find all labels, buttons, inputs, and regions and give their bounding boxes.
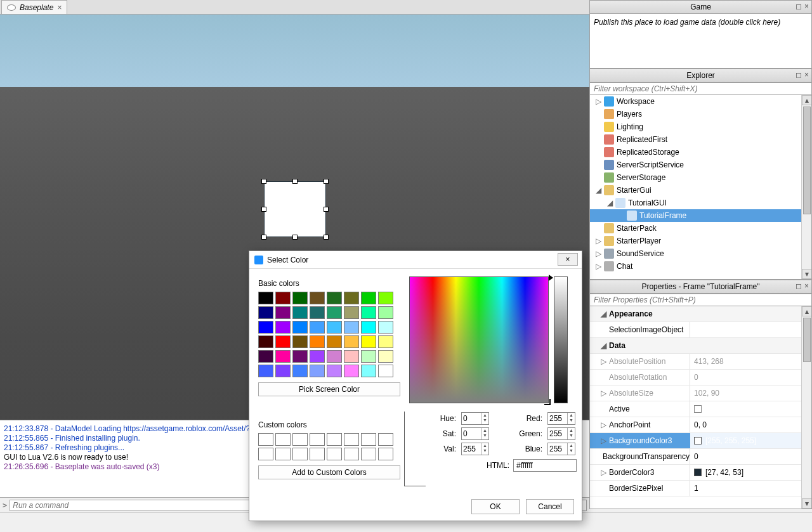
color-swatch[interactable] (378, 365, 393, 377)
color-swatch[interactable] (292, 306, 308, 319)
custom-swatch[interactable] (275, 433, 291, 446)
close-icon[interactable]: × (804, 2, 809, 11)
close-icon[interactable]: × (804, 282, 809, 290)
tree-item-tutorialframe[interactable]: TutorialFrame (590, 209, 811, 222)
custom-swatch[interactable] (258, 448, 273, 460)
expander-icon[interactable]: ▷ (600, 468, 606, 477)
tree-item-serverstorage[interactable]: ServerStorage (590, 171, 811, 184)
color-swatch[interactable] (344, 306, 359, 319)
tree-item-startergui[interactable]: ◢StarterGui (590, 184, 811, 197)
resize-handle-n[interactable] (292, 179, 298, 184)
expander-icon[interactable]: ▷ (600, 357, 606, 366)
expander-icon[interactable]: ▷ (595, 249, 601, 258)
custom-swatch[interactable] (327, 433, 342, 446)
resize-handle-e[interactable] (324, 207, 329, 212)
color-swatch[interactable] (310, 292, 325, 304)
color-swatch[interactable] (275, 306, 291, 319)
section-data[interactable]: ◢Data (590, 338, 811, 354)
color-swatch[interactable] (327, 321, 342, 334)
color-swatch[interactable] (361, 321, 376, 334)
explorer-panel-header[interactable]: Explorer ◻× (589, 68, 812, 82)
scroll-down-icon[interactable]: ▾ (802, 498, 812, 509)
color-swatch[interactable] (292, 365, 308, 377)
prop-backgroundtransparency[interactable]: BackgroundTransparency0 (590, 449, 811, 465)
properties-panel-header[interactable]: Properties - Frame "TutorialFrame" ◻× (589, 280, 812, 294)
expander-icon[interactable]: ▷ (600, 420, 606, 429)
color-swatch[interactable] (344, 321, 359, 334)
custom-swatch[interactable] (378, 433, 393, 446)
resize-handle-sw[interactable] (261, 235, 266, 240)
hue-input[interactable]: ▲▼ (461, 412, 489, 425)
color-swatch[interactable] (361, 350, 376, 363)
custom-swatch[interactable] (361, 448, 376, 460)
undock-icon[interactable]: ◻ (796, 282, 802, 290)
expander-icon[interactable]: ▷ (595, 262, 601, 271)
prop-backgroundcolor3[interactable]: ▷BackgroundColor3[255, 255, 255] (590, 433, 811, 449)
tutorial-frame-preview[interactable] (264, 181, 326, 237)
color-swatch[interactable] (310, 350, 325, 363)
color-swatch[interactable] (378, 292, 393, 304)
color-swatch[interactable] (327, 292, 342, 304)
value-slider[interactable] (554, 276, 568, 403)
blue-input[interactable]: ▲▼ (547, 443, 575, 455)
color-swatch[interactable] (310, 335, 325, 348)
scroll-thumb[interactable] (803, 107, 811, 214)
color-swatch[interactable] (258, 365, 273, 377)
color-swatch[interactable] (327, 365, 342, 377)
resize-handle-ne[interactable] (324, 179, 329, 184)
expander-icon[interactable]: ◢ (606, 198, 613, 207)
prop-bordercolor3[interactable]: ▷BorderColor3[27, 42, 53] (590, 465, 811, 481)
undock-icon[interactable]: ◻ (796, 2, 802, 11)
red-input[interactable]: ▲▼ (547, 412, 575, 425)
scroll-up-icon[interactable]: ▴ (802, 306, 812, 316)
tree-item-soundservice[interactable]: ▷SoundService (590, 247, 811, 260)
game-panel-body[interactable]: Publish this place to load game data (do… (589, 14, 812, 68)
color-swatch[interactable] (292, 350, 308, 363)
custom-swatch[interactable] (292, 433, 308, 446)
cancel-button[interactable]: Cancel (526, 499, 574, 514)
explorer-tree[interactable]: ▷WorkspacePlayersLightingReplicatedFirst… (589, 95, 812, 280)
prop-absoluteposition[interactable]: ▷AbsolutePosition413, 268 (590, 354, 811, 370)
green-input[interactable]: ▲▼ (547, 427, 575, 440)
expander-icon[interactable]: ▷ (600, 436, 606, 445)
prop-bordersizepixel[interactable]: BorderSizePixel1 (590, 481, 811, 496)
expander-icon[interactable]: ▷ (595, 237, 601, 245)
color-swatch[interactable] (275, 335, 291, 348)
resize-handle-nw[interactable] (261, 179, 266, 184)
prop-absolutesize[interactable]: ▷AbsoluteSize102, 90 (590, 386, 811, 401)
slider-arrow-icon[interactable] (549, 275, 556, 281)
tree-item-starterplayer[interactable]: ▷StarterPlayer (590, 235, 811, 247)
scrollbar-vertical[interactable]: ▴ ▾ (801, 95, 811, 279)
prop-absoluterotation[interactable]: AbsoluteRotation0 (590, 370, 811, 386)
tree-item-tutorialgui[interactable]: ◢TutorialGUI (590, 197, 811, 209)
prop-active[interactable]: Active (590, 401, 811, 417)
custom-swatch[interactable] (327, 448, 342, 460)
color-swatch[interactable] (258, 335, 273, 348)
color-swatch[interactable] (344, 365, 359, 377)
color-swatch[interactable] (361, 365, 376, 377)
color-swatch[interactable] (378, 321, 393, 334)
color-swatch[interactable] (361, 292, 376, 304)
color-swatch[interactable] (378, 350, 393, 363)
resize-handle-w[interactable] (261, 207, 266, 212)
val-input[interactable]: ▲▼ (461, 443, 489, 455)
color-swatch[interactable] (344, 292, 359, 304)
tree-item-workspace[interactable]: ▷Workspace (590, 95, 811, 108)
color-swatch[interactable] (310, 365, 325, 377)
tree-item-starterpack[interactable]: StarterPack (590, 222, 811, 235)
checkbox[interactable] (694, 405, 702, 413)
close-icon[interactable]: × (804, 70, 809, 79)
tree-item-chat[interactable]: ▷Chat (590, 260, 811, 273)
custom-swatch[interactable] (310, 448, 325, 460)
prop-selectionimageobject[interactable]: SelectionImageObject (590, 322, 811, 338)
scroll-up-icon[interactable]: ▴ (802, 95, 812, 105)
color-swatch[interactable] (292, 321, 308, 334)
color-swatch[interactable] (275, 292, 291, 304)
color-swatch[interactable] (327, 350, 342, 363)
color-swatch[interactable] (378, 306, 393, 319)
custom-swatch[interactable] (258, 433, 273, 446)
resize-handle-s[interactable] (292, 235, 298, 240)
color-swatch[interactable] (361, 306, 376, 319)
tree-item-serverscriptservice[interactable]: ServerScriptService (590, 159, 811, 171)
color-swatch[interactable] (361, 335, 376, 348)
